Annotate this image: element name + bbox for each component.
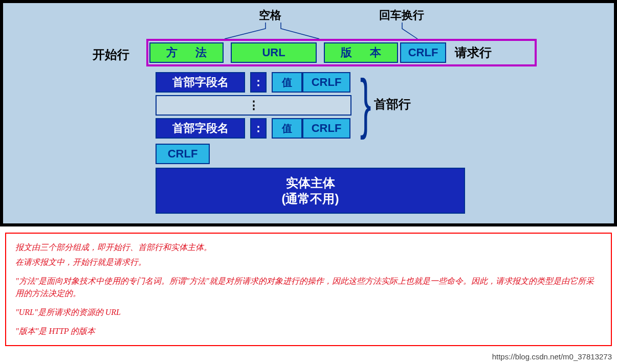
body-line2: (通常不用)	[282, 191, 339, 207]
brace-icon: }	[360, 70, 371, 136]
method-box: 方 法	[149, 42, 224, 63]
notes-box: 报文由三个部分组成，即开始行、首部行和实体主体。 在请求报文中，开始行就是请求行…	[5, 233, 612, 346]
colon-box: ：	[250, 118, 267, 139]
request-line-row: 方 法 URL 版 本 CRLF 请求行	[146, 39, 537, 66]
note-p4: "URL"是所请求的资源的 URL	[15, 306, 602, 319]
diagram-frame: 空格 回车换行 开始行 方 法 URL 版 本 CRLF 请求行 首部字段名 ：…	[0, 0, 617, 226]
value-box: 值	[272, 118, 302, 139]
crlf-box-header: CRLF	[302, 72, 350, 93]
field-name-box: 首部字段名	[156, 72, 245, 93]
label-crlf-top: 回车换行	[379, 8, 424, 23]
body-line1: 实体主体	[286, 175, 335, 191]
crlf-box-alone: CRLF	[156, 144, 210, 164]
version-box: 版 本	[324, 42, 398, 63]
body-box: 实体主体 (通常不用)	[156, 168, 465, 214]
url-box: URL	[231, 42, 317, 63]
value-box: 值	[272, 72, 302, 93]
note-p1: 报文由三个部分组成，即开始行、首部行和实体主体。	[15, 241, 602, 254]
crlf-box-request: CRLF	[400, 42, 446, 63]
ellipsis-box: ⋮	[156, 95, 351, 116]
note-p2: 在请求报文中，开始行就是请求行。	[15, 256, 602, 269]
note-p5: "版本"是 HTTP 的版本	[15, 325, 602, 338]
label-request-line: 请求行	[455, 44, 492, 61]
colon-box: ：	[250, 72, 267, 93]
header-row-2: 首部字段名 ： 值 CRLF	[156, 118, 350, 139]
crlf-box-header: CRLF	[302, 118, 350, 139]
label-space: 空格	[259, 8, 281, 23]
field-name-box: 首部字段名	[156, 118, 245, 139]
watermark: https://blog.csdn.net/m0_37813273	[492, 352, 612, 361]
label-header-line: 首部行	[374, 96, 411, 112]
header-row-1: 首部字段名 ： 值 CRLF	[156, 72, 350, 93]
label-start-line: 开始行	[93, 47, 129, 63]
header-row-ellipsis: ⋮	[156, 95, 351, 116]
note-p3: "方法"是面向对象技术中使用的专门名词。所谓"方法"就是对所请求的对象进行的操作…	[15, 275, 602, 301]
